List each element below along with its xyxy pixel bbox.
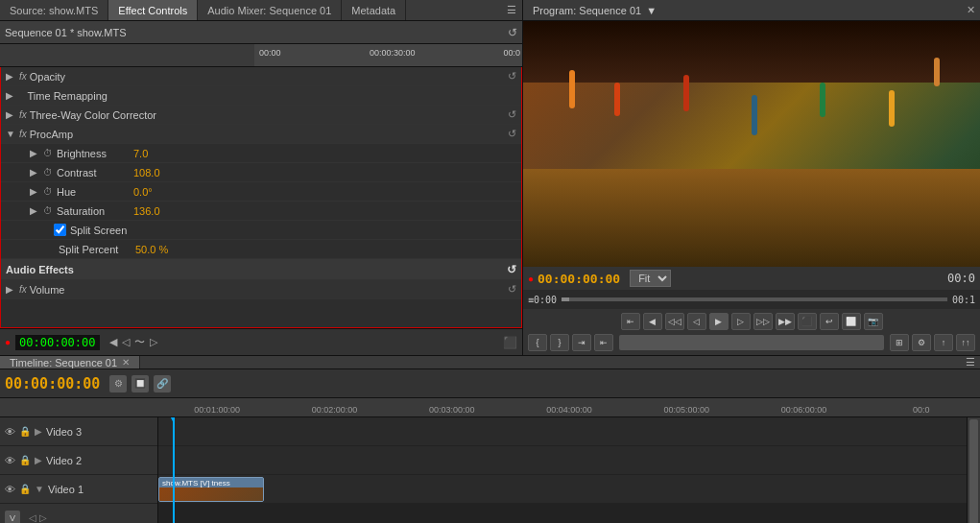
track2-expand-icon[interactable]: ▶: [35, 455, 42, 465]
opacity-expand-icon[interactable]: ▶: [6, 71, 19, 82]
extract-btn[interactable]: ↑↑: [956, 334, 975, 351]
track2-lock-icon[interactable]: 🔒: [19, 455, 31, 465]
bottom-icon2[interactable]: ◁: [122, 336, 130, 348]
contrast-value[interactable]: 108.0: [133, 167, 521, 178]
track3-eye-icon[interactable]: 👁: [5, 426, 15, 438]
track3-content[interactable]: [158, 417, 967, 446]
jog-slider[interactable]: [619, 335, 884, 350]
play-btn[interactable]: ▶: [709, 313, 729, 330]
brightness-stopwatch-icon[interactable]: ⏱: [43, 148, 53, 158]
scrollbar-thumb[interactable]: [969, 419, 978, 523]
brightness-row[interactable]: ▶ ⏱ Brightness 7.0: [1, 144, 521, 163]
track3-expand-icon[interactable]: ▶: [35, 426, 42, 437]
bottom-icon1[interactable]: ◀: [109, 336, 117, 348]
step-back-btn[interactable]: ◀: [643, 313, 662, 330]
saturation-expand-icon[interactable]: ▶: [30, 205, 43, 216]
stop-btn[interactable]: ⬛: [798, 313, 817, 330]
export-icon[interactable]: ⬛: [503, 336, 517, 349]
link-icon[interactable]: 🔗: [154, 375, 171, 392]
fast-fwd-btn[interactable]: ▷▷: [753, 313, 773, 330]
tracks-scrollbar[interactable]: [967, 417, 980, 523]
contrast-row[interactable]: ▶ ⏱ Contrast 108.0: [1, 163, 521, 182]
multi-cam-btn[interactable]: ⊞: [890, 334, 909, 351]
ruler-mark-3: 00:03:00:00: [394, 405, 511, 415]
frame-back-btn[interactable]: ◁: [687, 313, 706, 330]
timeline-close-icon[interactable]: ✕: [122, 357, 130, 368]
tab-effect-controls[interactable]: Effect Controls: [108, 0, 198, 20]
tab-metadata[interactable]: Metadata: [342, 0, 406, 20]
audio-effects-reset-icon[interactable]: ↺: [507, 263, 516, 276]
lift-btn[interactable]: ↑: [934, 334, 953, 351]
loop-btn[interactable]: ↩: [820, 313, 839, 330]
rewind-btn[interactable]: ◁◁: [665, 313, 684, 330]
procamp-expand-icon[interactable]: ▼: [6, 129, 19, 139]
brightness-value[interactable]: 7.0: [133, 148, 521, 159]
timeline-playhead[interactable]: [173, 417, 175, 523]
export-frame-btn[interactable]: 📷: [864, 313, 883, 330]
procamp-reset-icon[interactable]: ↺: [508, 128, 516, 140]
timeline-ruler[interactable]: 00:01:00:00 00:02:00:00 00:03:00:00 00:0…: [0, 398, 980, 417]
monitor-timecode-left[interactable]: 00:00:00:00: [538, 272, 620, 286]
hue-value[interactable]: 0.0°: [133, 186, 521, 198]
opacity-reset-icon[interactable]: ↺: [508, 70, 516, 83]
monitor-menu-icon[interactable]: ✕: [962, 4, 980, 16]
track1-lock-icon[interactable]: 🔒: [19, 484, 31, 494]
saturation-row[interactable]: ▶ ⏱ Saturation 136.0: [1, 202, 521, 221]
bottom-wave-icon[interactable]: 〜: [134, 335, 145, 349]
volume-reset-icon[interactable]: ↺: [508, 283, 516, 296]
split-screen-checkbox[interactable]: [54, 224, 66, 236]
split-screen-row[interactable]: Split Screen: [1, 221, 521, 240]
track1-sub[interactable]: [158, 504, 967, 523]
three-way-reset-icon[interactable]: ↺: [508, 108, 516, 121]
goto-out-btn[interactable]: ⇤: [594, 334, 613, 351]
tab-source[interactable]: Source: show.MTS: [0, 0, 108, 20]
time-remapping-row[interactable]: ▶ Time Remapping: [1, 86, 521, 106]
saturation-value[interactable]: 136.0: [133, 205, 521, 217]
hue-expand-icon[interactable]: ▶: [30, 186, 43, 197]
effect-timeline-ruler[interactable]: 00:00 00:00:30:00 00:0: [0, 44, 522, 67]
snap-icon[interactable]: 🔲: [131, 375, 149, 392]
safe-margin-btn[interactable]: ⬜: [842, 313, 861, 330]
time-remap-expand-icon[interactable]: ▶: [6, 90, 19, 101]
tab-audio-mixer[interactable]: Audio Mixer: Sequence 01: [198, 0, 342, 20]
frame-fwd-btn[interactable]: ▷: [731, 313, 751, 330]
hue-row[interactable]: ▶ ⏱ Hue 0.0°: [1, 182, 521, 202]
three-way-expand-icon[interactable]: ▶: [6, 109, 19, 120]
bottom-icon3[interactable]: ▷: [150, 336, 157, 348]
volume-row[interactable]: ▶ fx Volume ↺: [1, 280, 521, 299]
mark-out-btn[interactable]: }: [550, 334, 569, 351]
timeline-timecode[interactable]: 00:00:00:00: [5, 375, 100, 392]
timeline-menu-icon[interactable]: ☰: [966, 356, 975, 368]
monitor-dropdown-icon[interactable]: ▼: [646, 5, 657, 16]
saturation-stopwatch-icon[interactable]: ⏱: [43, 205, 53, 216]
track2-content[interactable]: [158, 446, 967, 475]
track2-eye-icon[interactable]: 👁: [5, 455, 15, 466]
procamp-row[interactable]: ▼ fx ProcAmp ↺: [1, 125, 521, 144]
volume-expand-icon[interactable]: ▶: [6, 284, 19, 295]
split-percent-value[interactable]: 50.0 %: [135, 244, 521, 255]
playbar-track[interactable]: [562, 297, 947, 301]
track3-lock-icon[interactable]: 🔒: [19, 426, 31, 437]
contrast-expand-icon[interactable]: ▶: [30, 167, 43, 178]
contrast-stopwatch-icon[interactable]: ⏱: [43, 167, 53, 178]
track1-expand-icon[interactable]: ▼: [35, 484, 44, 494]
three-way-row[interactable]: ▶ fx Three-Way Color Corrector ↺: [1, 106, 521, 125]
timeline-tab[interactable]: Timeline: Sequence 01 ✕: [0, 356, 140, 368]
panel-menu-icon[interactable]: ☰: [501, 0, 522, 20]
track1-eye-icon[interactable]: 👁: [5, 484, 15, 495]
reset-sequence-icon[interactable]: ↺: [508, 26, 517, 39]
monitor-playbar[interactable]: ≡0:00 00:1: [523, 290, 980, 309]
goto-in-btn[interactable]: ⇥: [572, 334, 591, 351]
opacity-row[interactable]: ▶ fx Opacity ↺: [1, 67, 521, 86]
track-content-area[interactable]: show.MTS [V] tness: [158, 417, 967, 523]
mark-in-btn[interactable]: {: [528, 334, 547, 351]
sequence-settings-icon[interactable]: ⚙: [109, 375, 127, 392]
fit-dropdown[interactable]: Fit: [630, 270, 671, 287]
settings-btn[interactable]: ⚙: [912, 334, 931, 351]
step-fwd-btn[interactable]: ▶▶: [776, 313, 795, 330]
split-percent-row[interactable]: Split Percent 50.0 %: [1, 240, 521, 259]
track1-content[interactable]: show.MTS [V] tness: [158, 475, 967, 504]
step-back-many-btn[interactable]: ⇤: [621, 313, 640, 330]
brightness-expand-icon[interactable]: ▶: [30, 148, 43, 158]
hue-stopwatch-icon[interactable]: ⏱: [43, 186, 53, 197]
